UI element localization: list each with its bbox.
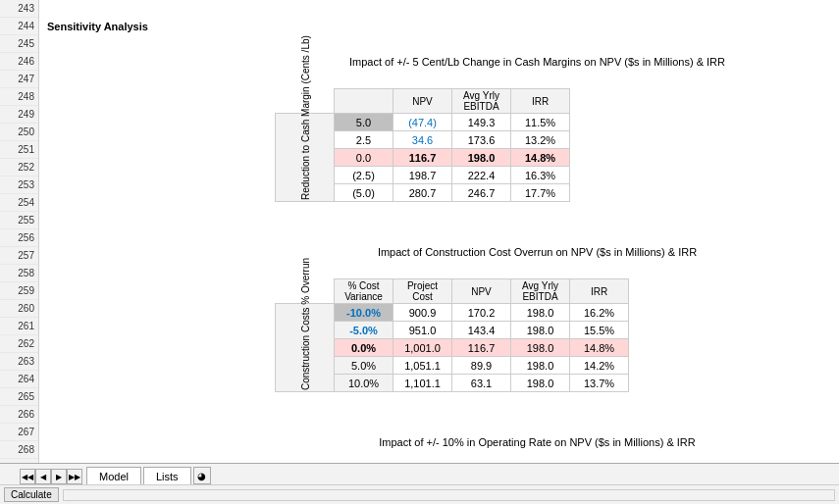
row-267: 267 [0,424,38,441]
section1-col-ebitda: Avg YrlyEBITDA [452,89,511,114]
row-247: 247 [0,71,38,88]
section2-row-1: Construction Costs % Overrun -10.0% 900.… [276,304,629,322]
section2-col-variance: % CostVariance [335,279,393,304]
section1: Impact of +/- 5 Cent/Lb Change in Cash M… [39,53,839,204]
section1-label-5: (5.0) [335,184,393,202]
empty-row-267 [39,416,839,433]
section2-cost-4: 1,051.1 [393,357,452,375]
row-253: 253 [0,176,38,194]
row-244: 244 [0,18,38,35]
tab-lists[interactable]: Lists [143,467,191,484]
section3-title: Impact of +/- 10% in Operating Rate on N… [39,433,839,451]
section1-npv-5: 280.7 [393,184,452,202]
section1-row-1: Reduction to Cash Margin (Cents /Lb) 5.0… [276,114,570,131]
section1-row-header: Reduction to Cash Margin (Cents /Lb) [276,114,335,202]
section2-irr-2: 15.5% [570,322,629,339]
section2: Impact of Construction Cost Overrun on N… [39,243,839,394]
tab-add-icon[interactable]: ◕ [193,467,211,484]
section1-table-wrapper: NPV Avg YrlyEBITDA IRR Reduction to Cash… [39,88,839,204]
section1-headers: NPV Avg YrlyEBITDA IRR [276,89,570,114]
section2-npv-3: 116.7 [452,339,511,357]
row-249: 249 [0,106,38,124]
section1-irr-1: 11.5% [511,114,570,131]
section1-ebitda-1: 149.3 [452,114,511,131]
row-260: 260 [0,300,38,318]
row-243: 243 [0,0,38,18]
section1-irr-4: 16.3% [511,167,570,184]
nav-prev-arrow[interactable]: ◀ [35,469,51,484]
section1-ebitda-2: 173.6 [452,131,511,149]
spreadsheet-container: 243 244 245 246 247 248 249 250 251 252 … [0,0,839,504]
section1-irr-5: 17.7% [511,184,570,202]
row-254: 254 [0,194,38,212]
row-259: 259 [0,282,38,300]
calculate-button[interactable]: Calculate [4,487,59,502]
section3: Impact of +/- 10% in Operating Rate on N… [39,433,839,463]
row-248: 248 [0,88,38,106]
section2-npv-1: 170.2 [452,304,511,322]
section2-col-npv: NPV [452,279,511,304]
section1-npv-3: 116.7 [393,149,452,167]
section1-col-empty [335,89,393,114]
nav-next-arrow[interactable]: ▶ [51,469,67,484]
row-245: 245 [0,35,38,53]
scrollbar[interactable] [63,489,835,501]
section1-npv-2: 34.6 [393,131,452,149]
bottom-bar: Calculate [0,484,839,504]
section2-variance-2: -5.0% [335,322,393,339]
empty-row-247 [39,71,839,88]
section2-cost-3: 1,001.0 [393,339,452,357]
section2-cost-1: 900.9 [393,304,452,322]
row-numbers: 243 244 245 246 247 248 249 250 251 252 … [0,0,39,463]
nav-last-arrow[interactable]: ▶▶ [67,469,82,484]
section2-npv-2: 143.4 [452,322,511,339]
row-265: 265 [0,388,38,406]
section2-irr-5: 13.7% [570,375,629,392]
row-251: 251 [0,141,38,159]
section2-cost-5: 1,101.1 [393,375,452,392]
section2-title: Impact of Construction Cost Overrun on N… [39,243,839,261]
row-264: 264 [0,371,38,388]
section2-irr-1: 16.2% [570,304,629,322]
tab-bar: ◀◀ ◀ ▶ ▶▶ Model Lists ◕ [0,463,839,484]
row-252: 252 [0,159,38,176]
empty-row-269 [39,451,839,463]
section1-label-3: 0.0 [335,149,393,167]
row-255: 255 [0,212,38,229]
section2-cost-2: 951.0 [393,322,452,339]
section2-row-header: Construction Costs % Overrun [276,304,335,392]
empty-row-258 [39,261,839,278]
row-257: 257 [0,247,38,265]
section2-variance-1: -10.0% [335,304,393,322]
section2-ebitda-3: 198.0 [511,339,570,357]
row-256: 256 [0,229,38,247]
main-area: 243 244 245 246 247 248 249 250 251 252 … [0,0,839,463]
section2-variance-4: 5.0% [335,357,393,375]
section2-irr-4: 14.2% [570,357,629,375]
section1-title: Impact of +/- 5 Cent/Lb Change in Cash M… [39,53,839,71]
section2-ebitda-1: 198.0 [511,304,570,322]
tab-model[interactable]: Model [86,467,141,484]
section1-col-irr: IRR [511,89,570,114]
section2-col-cost: ProjectCost [393,279,452,304]
empty-row-256 [39,226,839,243]
section2-headers: % CostVariance ProjectCost NPV Avg YrlyE… [276,279,629,304]
empty-row-266 [39,398,839,416]
empty-row-243 [39,0,839,18]
section2-ebitda-5: 198.0 [511,375,570,392]
nav-first-arrow[interactable]: ◀◀ [20,469,35,484]
row-266: 266 [0,406,38,424]
nav-arrows: ◀◀ ◀ ▶ ▶▶ [20,469,82,484]
sensitivity-analysis-label: Impact of +/- 5 Cent/Lb Change in Cash M… [39,18,839,35]
row-250: 250 [0,124,38,141]
section2-col-irr: IRR [570,279,629,304]
empty-row-255 [39,208,839,226]
section2-ebitda-2: 198.0 [511,322,570,339]
section1-irr-3: 14.8% [511,149,570,167]
section1-npv-1: (47.4) [393,114,452,131]
section2-table: % CostVariance ProjectCost NPV Avg YrlyE… [275,278,629,392]
section1-ebitda-5: 246.7 [452,184,511,202]
row-263: 263 [0,353,38,371]
section2-variance-3: 0.0% [335,339,393,357]
row-262: 262 [0,335,38,353]
